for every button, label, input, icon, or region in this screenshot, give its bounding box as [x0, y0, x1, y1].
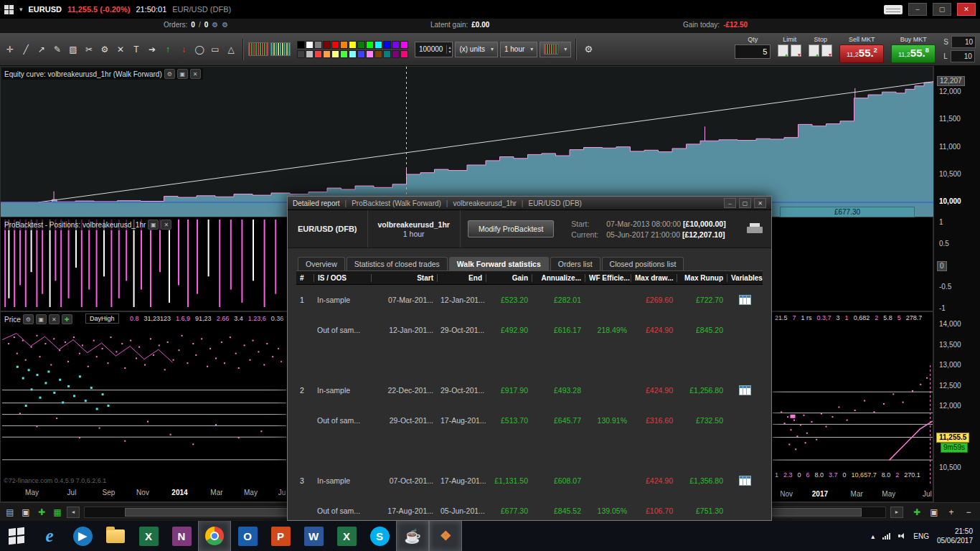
ray-tool[interactable]: ↗ [34, 42, 49, 57]
color-swatch[interactable] [383, 50, 391, 58]
window-maximize-button[interactable]: ▢ [933, 3, 951, 16]
window-close-button[interactable]: ✕ [957, 3, 976, 16]
taskbar-powerpoint[interactable]: P [264, 521, 297, 551]
text-tool[interactable]: T [129, 42, 143, 57]
print-report-icon[interactable] [747, 223, 763, 235]
table-row[interactable]: 3In-sample07-Oct-201...17-Aug-201...£1,1… [296, 466, 763, 496]
detailed-report-dialog[interactable]: Detailed report | ProBacktest (Walk Forw… [287, 196, 772, 521]
color-swatch[interactable] [366, 50, 374, 58]
price-settings-icon[interactable]: ⚙ [23, 314, 34, 324]
color-swatch[interactable] [340, 41, 348, 49]
ellipse-tool[interactable]: ◯ [192, 42, 207, 57]
right-chart[interactable] [773, 322, 933, 484]
taskbar-internet-explorer[interactable]: e [33, 521, 66, 551]
price-chart[interactable] [2, 324, 286, 486]
tray-clock[interactable]: 21:50 05/06/2017 [937, 527, 973, 545]
taskbar-media-player[interactable]: ▶ [66, 521, 99, 551]
symbol-caret-icon[interactable]: ▾ [19, 6, 23, 13]
short-size-input[interactable]: 10 [951, 36, 976, 48]
orders-gear-icon[interactable]: ⚙ [212, 21, 218, 29]
tab-walk-forward-statistics[interactable]: Walk Forward statistics [449, 257, 549, 270]
scroll-right-button[interactable]: ► [890, 507, 903, 518]
chart-type-select[interactable]: ▾ [540, 42, 571, 57]
positions-close-icon[interactable]: ✕ [161, 220, 171, 230]
dialog-minimize-button[interactable]: – [724, 198, 736, 208]
taskbar-skype[interactable]: S [363, 521, 396, 551]
platform-settings-button[interactable]: ⚙ [581, 42, 595, 57]
buy-mkt-button[interactable]: 11,2 55. 8 [891, 44, 936, 63]
sell-mkt-button[interactable]: 11,2 55. 2 [839, 44, 884, 63]
stop-buy-icon[interactable] [809, 44, 819, 57]
screenshot-icon[interactable]: ▣ [19, 506, 32, 519]
color-swatch[interactable] [374, 50, 382, 58]
color-swatch[interactable] [357, 50, 365, 58]
equity-close-icon[interactable]: ✕ [190, 69, 201, 79]
color-swatch[interactable] [314, 50, 322, 58]
tab-statistics-of-closed-trades[interactable]: Statistics of closed trades [347, 257, 448, 270]
color-swatch[interactable] [392, 50, 400, 58]
dialog-close-button[interactable]: ✕ [754, 198, 766, 208]
taskbar-word[interactable]: W [297, 521, 330, 551]
color-swatch[interactable] [297, 41, 305, 49]
limit-sell-icon[interactable] [791, 44, 801, 57]
arrow-tool[interactable]: ➔ [145, 42, 159, 57]
qty-input[interactable]: 5 [735, 44, 771, 59]
secondary-chart-panel[interactable]: 21.571 rs0.3,7310,68225.85278.7 12.3068.… [771, 311, 933, 502]
stop-sell-icon[interactable] [821, 44, 832, 57]
variables-icon[interactable] [739, 295, 751, 305]
tray-expand-icon[interactable]: ▴ [871, 532, 875, 540]
zoom-in-icon[interactable]: + [945, 506, 958, 519]
virtual-keyboard-icon[interactable] [884, 5, 903, 14]
color-swatch[interactable] [392, 41, 400, 49]
color-swatch[interactable] [331, 50, 339, 58]
workspace-list-icon[interactable]: ▤ [4, 506, 17, 519]
settings-tool[interactable]: ⚙ [98, 42, 112, 57]
scissors-tool[interactable]: ✂ [82, 42, 96, 57]
orders-settings-icon[interactable]: ⚙ [222, 21, 228, 29]
quantity-stepper[interactable]: 100000 ▴ ▾ [415, 42, 453, 57]
add-chart-icon[interactable]: ✚ [910, 506, 923, 519]
positions-popout-icon[interactable]: ▣ [148, 220, 159, 230]
equity-chart[interactable] [1, 67, 933, 217]
variables-icon[interactable] [739, 476, 751, 486]
rectangle-tool[interactable]: ▭ [208, 42, 222, 57]
eraser-tool[interactable]: ▨ [66, 42, 80, 57]
pencil-tool[interactable]: ✎ [50, 42, 65, 57]
start-button[interactable] [0, 521, 33, 551]
window-minimize-button[interactable]: – [908, 3, 927, 16]
color-swatch[interactable] [323, 50, 331, 58]
spin-down-icon[interactable]: ▾ [447, 50, 452, 54]
table-row[interactable]: 2In-sample22-Dec-201...29-Oct-201...£917… [296, 375, 763, 405]
sell-marker-tool[interactable]: ↓ [176, 42, 191, 57]
scroll-left-button[interactable]: ◄ [67, 507, 80, 518]
taskbar-excel-green[interactable]: X [132, 521, 165, 551]
price-popout-icon[interactable]: ▣ [36, 314, 47, 324]
zoom-out-icon[interactable]: − [962, 506, 975, 519]
language-indicator[interactable]: ENG [913, 532, 929, 540]
color-swatch[interactable] [400, 41, 408, 49]
price-add-icon[interactable]: ✚ [62, 314, 72, 324]
units-select[interactable]: (x) units ▾ [455, 42, 498, 57]
color-swatch[interactable] [306, 50, 314, 58]
triangle-tool[interactable]: △ [224, 42, 238, 57]
color-swatch[interactable] [349, 50, 357, 58]
taskbar-java-platform[interactable]: ☕ [396, 521, 429, 551]
delete-tool[interactable]: ✕ [113, 42, 128, 57]
trendline-tool[interactable]: ╱ [19, 42, 33, 57]
color-swatch[interactable] [306, 41, 314, 49]
chart-style-area-icon[interactable] [270, 42, 291, 56]
limit-buy-icon[interactable] [778, 44, 788, 57]
table-row[interactable]: Out of sam...17-Aug-201...05-Jun-201...£… [296, 496, 763, 521]
color-swatch[interactable] [314, 41, 322, 49]
symbol-name[interactable]: EURUSD [29, 5, 62, 14]
taskbar-pinwheel-app[interactable]: ❖ [429, 521, 462, 551]
taskbar-onenote[interactable]: N [165, 521, 198, 551]
cursor-tool[interactable]: ✛ [3, 42, 17, 57]
color-swatch[interactable] [349, 41, 357, 49]
color-swatch[interactable] [400, 50, 408, 58]
variables-icon[interactable] [739, 385, 751, 395]
color-swatch[interactable] [340, 50, 348, 58]
taskbar-excel[interactable]: X [330, 521, 363, 551]
report-dialog-titlebar[interactable]: Detailed report | ProBacktest (Walk Forw… [288, 197, 771, 210]
equity-settings-icon[interactable]: ⚙ [164, 69, 175, 79]
